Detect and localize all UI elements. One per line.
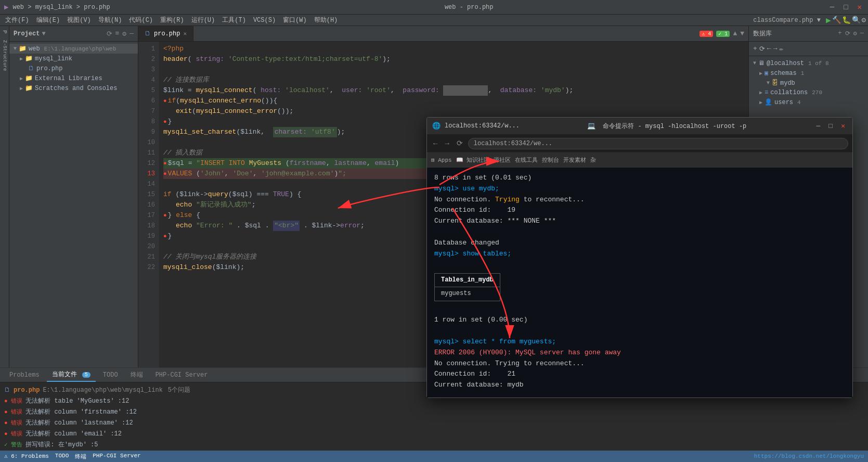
db-hide-icon[interactable]: —	[860, 30, 864, 37]
status-errors[interactable]: ⚠ 6: Problems	[4, 453, 49, 460]
menu-file[interactable]: 文件(F)	[2, 15, 32, 25]
status-bar: ⚠ 6: Problems TODO 终端 PHP-CGI Server htt…	[0, 451, 868, 462]
tree-item-web[interactable]: ▼ 📁 web E:\1.language\php\web	[9, 44, 138, 54]
reload-button[interactable]: ⟳	[455, 138, 465, 149]
nav-up-icon[interactable]: ▲	[733, 30, 737, 37]
code-line-4: // 连接数据库	[163, 75, 744, 85]
db-item-users[interactable]: ▶ 👤 users 4	[749, 97, 868, 107]
db-arrow-right-icon[interactable]: →	[773, 45, 778, 53]
code-line-5: $link = mysqli_connect( host: 'localhost…	[163, 85, 744, 96]
debug-button[interactable]: 🐛	[842, 16, 851, 24]
problem-filepath: E:\1.language\php\web\mysql_link	[43, 387, 162, 394]
run-button[interactable]: ▶	[826, 15, 831, 25]
db-settings-icon[interactable]: ⚙	[853, 30, 857, 37]
menu-window[interactable]: 窗口(W)	[280, 15, 310, 25]
settings-button[interactable]: ⚙	[862, 16, 866, 24]
bookmark-console[interactable]: 控制台	[542, 156, 559, 164]
nav-down-icon[interactable]: ▼	[740, 30, 744, 37]
db-add-icon[interactable]: +	[838, 30, 841, 37]
arrow-right-icon: ▶	[20, 56, 23, 62]
menu-nav[interactable]: 导航(N)	[95, 15, 125, 25]
search-button[interactable]: 🔍	[852, 16, 861, 24]
arrow-down-icon: ▼	[14, 46, 17, 52]
db-edit-icon[interactable]: ✏	[779, 45, 783, 53]
run-config[interactable]: classCompare.php ▼	[749, 17, 825, 24]
sidebar-dropdown-icon[interactable]: ▼	[42, 30, 45, 37]
tab-terminal[interactable]: 终端	[125, 368, 148, 381]
db-of-count: 1 of 8	[808, 60, 829, 67]
db-item-mydb[interactable]: ▼ 🗄 mydb	[749, 78, 868, 88]
mydb-label: mydb	[780, 80, 795, 87]
tab-close-icon[interactable]: ✕	[183, 30, 187, 37]
menu-code[interactable]: 代码(C)	[126, 15, 156, 25]
db-arrow-left-icon[interactable]: ←	[767, 45, 771, 53]
status-terminal[interactable]: 终端	[75, 453, 86, 460]
close-button[interactable]: ✕	[856, 3, 864, 11]
bookmark-apps[interactable]: ⊞ Apps	[431, 157, 452, 163]
forward-button[interactable]: →	[443, 138, 451, 149]
tree-item-ext-libs[interactable]: ▶ 📁 External Libraries	[9, 73, 138, 83]
status-todo[interactable]: TODO	[55, 453, 69, 460]
tab-problems[interactable]: Problems	[4, 369, 45, 381]
browser-minimize[interactable]: ─	[814, 122, 823, 130]
folder-icon: 📁	[25, 84, 33, 92]
maximize-button[interactable]: □	[841, 3, 850, 11]
line-numbers: 1234 5678 9101112 131415 16171819 202122	[138, 42, 159, 367]
db-item-collations[interactable]: ▶ ≡ collations 270	[749, 88, 868, 97]
collapse-icon[interactable]: ≡	[115, 30, 120, 38]
problems-badge: 5	[82, 372, 90, 378]
breadcrumb: web > mysql_link > pro.php	[12, 4, 110, 11]
browser-close[interactable]: ✕	[839, 122, 847, 130]
terminal-line-7: Database changed	[434, 238, 845, 249]
menu-view[interactable]: 视图(V)	[64, 15, 94, 25]
bookmark-misc[interactable]: 杂	[590, 156, 596, 164]
tables-table: Tables_in_mydb myguests	[434, 273, 500, 301]
window-controls: ─ □ ✕	[828, 3, 864, 11]
tree-item-pro-php[interactable]: 🗋 pro.php	[9, 63, 138, 73]
terminal-line-10	[434, 304, 845, 315]
schemas-count: 1	[801, 70, 805, 76]
browser-nav: ← → ⟳ localhost:63342/we...	[427, 134, 852, 153]
terminal-line-1: 8 rows in set (0.01 sec)	[434, 173, 845, 184]
back-button[interactable]: ←	[431, 138, 439, 149]
build-button[interactable]: 🔨	[832, 16, 841, 24]
tree-item-mysql-link[interactable]: ▶ 📁 mysql_link	[9, 54, 138, 63]
tab-current-file[interactable]: 当前文件 5	[47, 368, 96, 382]
settings-icon[interactable]: ⚙	[122, 30, 126, 38]
tab-spacer	[193, 26, 695, 41]
db-new-icon[interactable]: +	[753, 45, 757, 53]
bookmark-zhishi[interactable]: 📖 知识社区	[456, 156, 490, 164]
menu-run[interactable]: 运行(U)	[188, 15, 218, 25]
tab-pro-php[interactable]: 🗋 pro.php ✕	[138, 26, 193, 41]
bookmark-dev[interactable]: 开发素材	[563, 156, 586, 164]
menu-refactor[interactable]: 重构(R)	[157, 15, 187, 25]
browser-url-bar[interactable]: localhost:63342/we...	[468, 138, 848, 149]
menu-help[interactable]: 帮助(H)	[311, 15, 341, 25]
folder-icon: 📁	[25, 55, 33, 62]
browser-maximize[interactable]: □	[826, 122, 835, 130]
tab-php-cgi[interactable]: PHP-CGI Server	[150, 369, 213, 381]
structure-icon[interactable]: Z-Structure	[2, 40, 7, 71]
bookmark-yuanshe[interactable]: 源社区	[494, 156, 511, 164]
sync-icon[interactable]: ⟳	[107, 30, 112, 38]
menu-edit[interactable]: 编辑(E)	[33, 15, 63, 25]
hide-icon[interactable]: —	[129, 30, 134, 38]
terminal-line-15: No connection. Trying to reconnect...	[434, 358, 845, 369]
db-item-localhost[interactable]: ▼ 🖥 @localhost 1 of 8	[749, 58, 868, 68]
minimize-button[interactable]: ─	[828, 3, 836, 11]
tree-item-scratches[interactable]: ▶ 📁 Scratches and Consoles	[9, 83, 138, 93]
tab-label: pro.php	[154, 30, 180, 37]
error-dot-19: ●	[163, 231, 167, 241]
db-item-schemas[interactable]: ▶ ▣ schemas 1	[749, 68, 868, 78]
project-icon[interactable]: P	[2, 28, 8, 36]
terminal-line-17: Current database: mydb	[434, 380, 845, 391]
browser-tab-label: localhost:63342/w...	[445, 122, 520, 130]
db-refresh2-icon[interactable]: ⟳	[759, 45, 765, 53]
menu-vcs[interactable]: VCS(S)	[250, 16, 279, 25]
menu-tools[interactable]: 工具(T)	[219, 15, 249, 25]
bookmark-online[interactable]: 在线工具	[515, 156, 538, 164]
status-php-cgi[interactable]: PHP-CGI Server	[93, 453, 140, 460]
db-refresh-icon[interactable]: ⟳	[845, 30, 850, 37]
browser-title-text: 命令提示符 - mysql -hlocalhost -uroot -p	[603, 122, 746, 131]
tab-todo[interactable]: TODO	[98, 369, 123, 381]
